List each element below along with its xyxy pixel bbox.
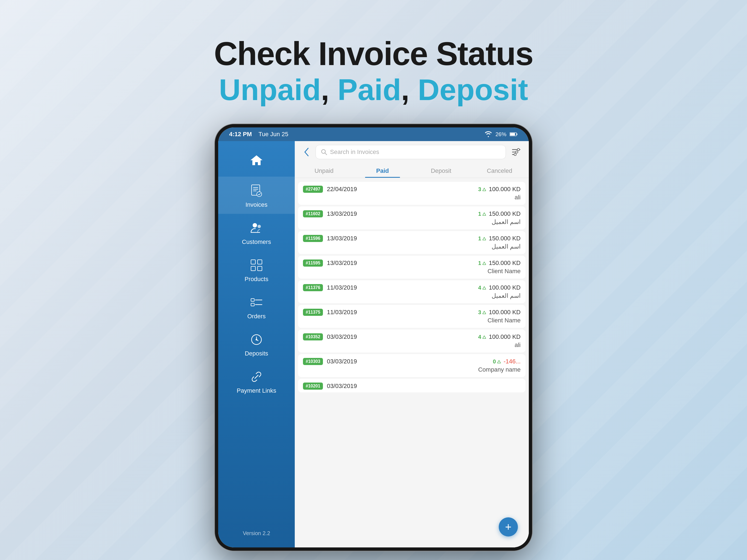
invoice-item[interactable]: #27497 22/04/2019 3 100.000 KD ali — [298, 182, 525, 205]
invoice-amount: 1 150.000 KD — [478, 210, 521, 218]
invoice-left: #10303 03/03/2019 — [303, 358, 357, 365]
tab-unpaid[interactable]: Unpaid — [295, 163, 353, 178]
filter-button[interactable] — [509, 145, 523, 159]
invoice-id: #10352 — [303, 333, 323, 340]
invoice-value: 150.000 KD — [489, 235, 521, 242]
sidebar-label-deposits: Deposits — [245, 350, 268, 357]
invoice-id: #11602 — [303, 210, 323, 218]
tab-paid[interactable]: Paid — [353, 163, 412, 178]
invoice-qty: 0 — [493, 358, 501, 365]
svg-line-21 — [325, 153, 327, 155]
invoice-date: 13/03/2019 — [327, 259, 357, 266]
sidebar-item-products[interactable]: Products — [218, 251, 295, 288]
invoice-qty: 3 — [478, 186, 487, 193]
tab-deposit[interactable]: Deposit — [412, 163, 470, 178]
comma1: , — [321, 73, 329, 106]
invoice-item[interactable]: #11595 13/03/2019 1 150.000 KD Client Na… — [298, 256, 525, 279]
back-button[interactable] — [300, 146, 312, 158]
sidebar-item-home[interactable] — [218, 147, 295, 177]
invoice-name: Client Name — [488, 317, 521, 324]
invoice-row: #11602 13/03/2019 1 150.000 KD — [303, 210, 521, 218]
add-invoice-button[interactable]: + — [499, 517, 518, 536]
status-left: 4:12 PM Tue Jun 25 — [229, 131, 288, 138]
invoice-date: 11/03/2019 — [327, 309, 357, 316]
invoice-row: #10303 03/03/2019 0 -146... — [303, 358, 521, 365]
ipad-screen: 4:12 PM Tue Jun 25 26% — [218, 127, 529, 548]
invoice-item[interactable]: #11376 11/03/2019 4 100.000 KD اسم العمي… — [298, 280, 525, 303]
invoice-amount: 0 -146... — [493, 358, 521, 365]
invoice-name-row: ali — [303, 341, 521, 349]
invoice-date: 03/03/2019 — [327, 383, 357, 390]
invoice-left: #27497 22/04/2019 — [303, 186, 357, 193]
payment-links-icon — [249, 369, 264, 384]
invoice-row: #11376 11/03/2019 4 100.000 KD — [303, 284, 521, 291]
invoice-row: #10201 03/03/2019 — [303, 383, 521, 390]
svg-rect-12 — [251, 266, 255, 271]
svg-point-9 — [258, 225, 261, 228]
invoice-qty: 3 — [478, 309, 487, 315]
app-container: Invoices Customers — [218, 141, 529, 548]
invoice-item[interactable]: #10352 03/03/2019 4 100.000 KD ali — [298, 330, 525, 353]
invoice-date: 11/03/2019 — [327, 284, 357, 291]
invoice-name: اسم العميل — [492, 219, 521, 226]
invoice-row: #10352 03/03/2019 4 100.000 KD — [303, 333, 521, 340]
sidebar-label-payment-links: Payment Links — [237, 387, 276, 394]
invoice-amount: 3 100.000 KD — [478, 309, 521, 316]
invoice-id: #27497 — [303, 186, 323, 193]
invoice-id: #11376 — [303, 284, 323, 291]
invoice-qty: 1 — [478, 235, 487, 242]
invoice-value: 100.000 KD — [489, 333, 521, 340]
invoice-name: اسم العميل — [492, 243, 521, 250]
invoice-row: #11375 11/03/2019 3 100.000 KD — [303, 309, 521, 316]
search-placeholder: Search in Invoices — [330, 149, 379, 156]
sidebar-item-deposits[interactable]: Deposits — [218, 325, 295, 362]
sidebar-item-customers[interactable]: Customers — [218, 214, 295, 251]
invoice-left: #10352 03/03/2019 — [303, 333, 357, 340]
invoice-value: -146... — [504, 358, 521, 365]
page-title: Check Invoice Status — [214, 35, 533, 72]
invoice-icon — [249, 183, 264, 199]
orders-icon — [249, 295, 264, 310]
invoice-id: #11375 — [303, 309, 323, 316]
invoice-item[interactable]: #10201 03/03/2019 — [298, 379, 525, 392]
svg-point-19 — [256, 339, 257, 340]
main-panel: Search in Invoices — [295, 141, 529, 548]
svg-rect-10 — [251, 260, 255, 264]
sidebar-item-orders[interactable]: Orders — [218, 288, 295, 325]
invoice-amount: 1 150.000 KD — [478, 259, 521, 266]
invoice-value: 100.000 KD — [489, 186, 521, 193]
status-bar: 4:12 PM Tue Jun 25 26% — [218, 127, 529, 141]
filter-icon — [511, 147, 521, 157]
invoice-value: 150.000 KD — [489, 210, 521, 218]
invoice-item[interactable]: #11596 13/03/2019 1 150.000 KD اسم العمي… — [298, 231, 525, 254]
wifi-icon — [485, 131, 492, 137]
tab-canceled[interactable]: Canceled — [470, 163, 529, 178]
svg-rect-13 — [258, 266, 262, 271]
invoice-left: #11375 11/03/2019 — [303, 309, 357, 316]
svg-point-27 — [514, 153, 516, 156]
invoice-qty: 1 — [478, 211, 487, 217]
invoice-item[interactable]: #11602 13/03/2019 1 150.000 KD اسم العمي… — [298, 206, 525, 229]
deposits-icon — [249, 332, 264, 347]
invoice-name: ali — [515, 194, 521, 201]
invoice-row: #11596 13/03/2019 1 150.000 KD — [303, 235, 521, 242]
sidebar-label-products: Products — [245, 276, 268, 283]
invoice-list: #27497 22/04/2019 3 100.000 KD ali — [295, 178, 529, 548]
sidebar-version: Version 2.2 — [243, 530, 270, 542]
invoice-name-row: اسم العميل — [303, 292, 521, 299]
invoice-item[interactable]: #11375 11/03/2019 3 100.000 KD Client Na… — [298, 305, 525, 328]
home-icon — [249, 153, 264, 169]
subtitle-unpaid: Unpaid — [219, 73, 321, 106]
sidebar-item-invoices[interactable]: Invoices — [218, 177, 295, 214]
invoice-item[interactable]: #10303 03/03/2019 0 -146... Company name — [298, 354, 525, 377]
subtitle-paid: Paid — [338, 73, 401, 106]
svg-rect-14 — [251, 299, 254, 301]
invoice-amount: 4 100.000 KD — [478, 333, 521, 340]
invoice-name-row: Company name — [303, 366, 521, 373]
chevron-left-icon — [303, 147, 309, 157]
svg-rect-2 — [510, 133, 515, 136]
comma2: , — [401, 73, 410, 106]
search-bar[interactable]: Search in Invoices — [315, 145, 506, 159]
sidebar-item-payment-links[interactable]: Payment Links — [218, 362, 295, 400]
invoice-amount: 3 100.000 KD — [478, 186, 521, 193]
